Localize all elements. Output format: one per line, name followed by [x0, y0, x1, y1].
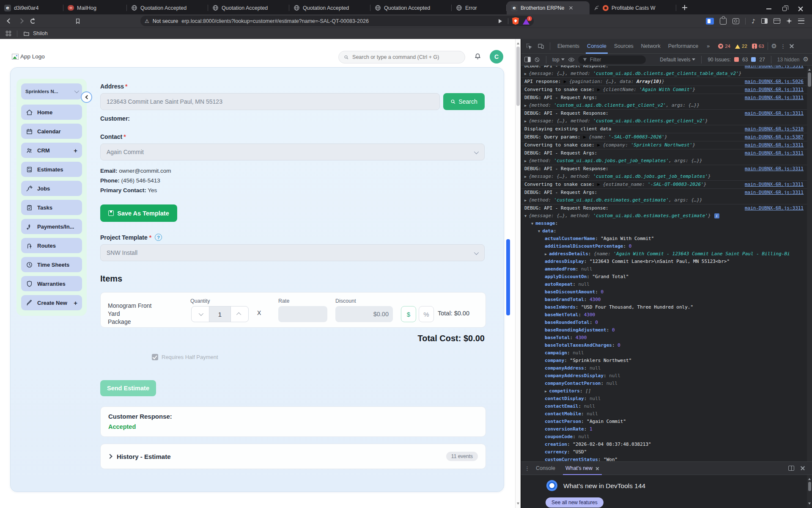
rate-input[interactable] [278, 306, 327, 322]
back-icon[interactable] [7, 18, 12, 24]
browser-tab[interactable]: Quotation Accepted [208, 1, 289, 14]
sidebar-item-warranties[interactable]: Warranties [21, 276, 82, 291]
discount-dollar-button[interactable]: $ [401, 306, 416, 322]
expand-caret-icon[interactable]: ▶ [545, 388, 547, 395]
discount-percent-button[interactable]: % [419, 306, 434, 322]
extensions-icon[interactable] [720, 18, 727, 25]
avatar[interactable]: C [490, 50, 503, 64]
sidebar-item-calendar[interactable]: Calendar [21, 124, 82, 139]
hidden-messages-count[interactable]: 13 hidden [777, 57, 800, 63]
device-toolbar-icon[interactable] [538, 43, 544, 50]
error-count[interactable]: 24 [718, 44, 730, 49]
expand-caret-icon[interactable]: ▶ [524, 197, 527, 204]
source-link[interactable]: main-DUBNX-6R.js:3311 [745, 86, 810, 93]
sidebar-item-tasks[interactable]: Tasks [21, 200, 82, 215]
source-link[interactable]: main-DUBNX-6R.js:3311 [745, 110, 810, 117]
drawer-menu-icon[interactable]: ⋮ [524, 465, 530, 472]
search-input[interactable] [352, 54, 460, 60]
quantity-stepper[interactable]: 1 [191, 306, 249, 322]
tab-close-icon[interactable] [568, 5, 574, 11]
password-manager-icon[interactable] [706, 18, 714, 25]
save-as-template-button[interactable]: Save As Template [100, 204, 177, 222]
company-selector[interactable]: Sprinklers N... [21, 83, 82, 99]
discount-input[interactable]: $0.00 [335, 306, 393, 322]
share-icon[interactable] [499, 19, 504, 23]
scrollbar-thumb[interactable] [516, 47, 520, 106]
browser-tab[interactable]: ed3i9ei0ar4 [0, 1, 63, 14]
browser-tab[interactable]: MailHog [63, 1, 127, 14]
drawer-close-icon[interactable] [800, 466, 805, 471]
devtools-tab-console[interactable]: Console [583, 39, 610, 54]
devtools-close-icon[interactable] [789, 44, 794, 49]
context-selector[interactable]: top [552, 57, 565, 63]
expand-caret-icon[interactable]: ▼ [531, 220, 533, 227]
source-link[interactable]: main-DUBNX-6R.js:3311 [745, 181, 810, 188]
source-link[interactable]: main-DUBNX-6R.js:5210 [745, 126, 810, 133]
expand-caret-icon[interactable]: ▶ [524, 118, 527, 124]
source-link[interactable]: main-DUBNX-6R.js:3311 [745, 205, 810, 212]
drawer-tab-whats-new[interactable]: What's new [561, 461, 604, 475]
history-card[interactable]: History - Estimate 11 events [100, 444, 486, 469]
sidebar-item-crm[interactable]: CRM+ [21, 143, 82, 158]
expand-caret-icon[interactable]: ▶ [524, 157, 527, 164]
issues-label[interactable]: 90 Issues: [708, 57, 731, 63]
source-link[interactable]: main-DUBNX-6R.js:3311 [745, 142, 810, 149]
browser-tab[interactable]: Quotation Accepted [127, 1, 208, 14]
address-input[interactable] [100, 93, 440, 110]
ai-sparkle-icon[interactable] [786, 18, 792, 24]
devtools-tab-network[interactable]: Network [637, 39, 664, 54]
command-search[interactable] [338, 51, 465, 64]
wallet-icon[interactable] [774, 18, 780, 24]
browser-tab[interactable]: eBrotherton ERPNe [507, 1, 590, 14]
scroll-up-icon[interactable] [517, 41, 519, 44]
browser-tab[interactable]: Quotation Accepted [289, 1, 370, 14]
source-link[interactable]: main-DUBNX-6R.js:3311 [745, 150, 810, 157]
notification-bell-icon[interactable] [474, 52, 482, 61]
add-icon[interactable]: + [74, 299, 77, 306]
devtools-menu-icon[interactable]: ⋮ [780, 43, 786, 50]
minimize-button[interactable] [766, 8, 771, 9]
source-link[interactable]: main-DUBNX-6R.js:5026 [745, 78, 810, 85]
close-icon[interactable] [595, 467, 599, 470]
source-link[interactable]: main-DUBNX-6R.js:3311 [745, 189, 810, 196]
source-link[interactable]: main-DUBNX-6R.js:3311 [745, 66, 810, 69]
adblock-extension-icon[interactable]: 1 [523, 15, 529, 25]
expand-caret-icon[interactable]: ▼ [524, 213, 527, 219]
split-panel-icon[interactable] [788, 466, 794, 471]
sidebar-item-routes[interactable]: Routes [21, 238, 82, 253]
browser-tab[interactable]: Quotation Accepted [370, 1, 452, 14]
source-link[interactable]: main-DUBNX-6R.js:3311 [745, 166, 810, 172]
clear-console-icon[interactable] [534, 57, 540, 63]
console-settings-icon[interactable]: ⚙ [803, 56, 809, 63]
address-bar[interactable]: ⚠ Not secure erp.local:8000/clients?look… [140, 16, 534, 26]
devtools-tab-elements[interactable]: Elements [554, 39, 583, 54]
sidebar-item-payments-in[interactable]: Payments/In... [21, 219, 82, 234]
live-expression-eye-icon[interactable] [568, 56, 575, 63]
sidebar-item-create-new[interactable]: Create New+ [21, 295, 82, 310]
project-template-select[interactable]: SNW Install [100, 244, 485, 261]
help-icon[interactable]: ? [155, 234, 162, 241]
log-levels-selector[interactable]: Default levels [660, 57, 695, 63]
add-icon[interactable]: + [74, 147, 77, 154]
bookmark-folder[interactable]: Shiloh [33, 30, 48, 36]
expand-caret-icon[interactable]: ▼ [538, 228, 540, 235]
quantity-decrease-button[interactable] [192, 306, 209, 322]
sidebar-item-estimates[interactable]: Estimates [21, 162, 82, 177]
sidebar-collapse-button[interactable] [81, 91, 92, 103]
settings-gear-icon[interactable]: ⚙ [771, 43, 777, 50]
quantity-increase-button[interactable] [231, 306, 248, 322]
source-link[interactable]: main-DUBNX-6R.js:5387 [745, 134, 810, 141]
inspect-element-icon[interactable] [526, 43, 532, 50]
browser-tab[interactable]: Profitable Casts W [590, 1, 676, 14]
source-link[interactable]: main-DUBNX-6R.js:3311 [745, 94, 810, 101]
half-payment-checkbox[interactable] [152, 354, 158, 360]
brave-shield-icon[interactable] [512, 17, 519, 25]
app-scrollbar-thumb[interactable] [506, 239, 510, 315]
reload-icon[interactable] [30, 19, 36, 24]
see-all-features-button[interactable]: See all new features [546, 497, 604, 508]
drawer-scrollbar[interactable] [807, 475, 812, 508]
contact-select[interactable]: Again Commit [100, 144, 485, 160]
apps-grid-icon[interactable] [6, 31, 11, 36]
console-filter-input[interactable]: Filter [578, 55, 646, 64]
drawer-tab-console[interactable]: Console [532, 461, 560, 475]
